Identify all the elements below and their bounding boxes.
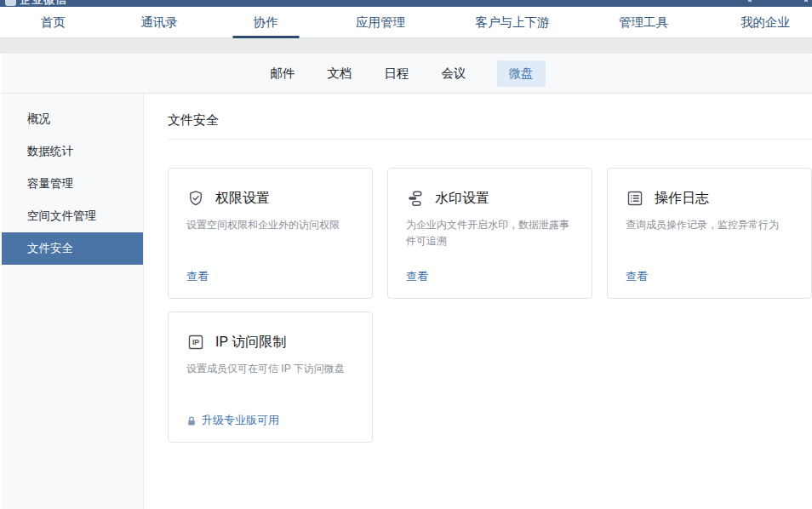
app-logo-icon xyxy=(5,0,16,6)
subnav-tab-label: 日程 xyxy=(385,66,409,80)
sidebar-item-label: 数据统计 xyxy=(27,145,73,157)
card-header: 水印设置 xyxy=(406,189,574,208)
sidebar-item-label: 容量管理 xyxy=(27,177,73,190)
sidebar-item-label: 空间文件管理 xyxy=(27,209,96,222)
sidebar-item[interactable]: 概况 xyxy=(2,103,143,135)
feature-cards-grid: 权限设置 设置空间权限和企业外的访问权限 查看 水印设置 为企业内文件开启水印，… xyxy=(168,168,812,443)
title-divider xyxy=(168,139,812,140)
ip-icon: IP xyxy=(186,333,205,352)
app-logo-text: 企业微信 xyxy=(20,0,67,7)
nav-item-label: 首页 xyxy=(41,15,66,29)
content-panel: 邮件 文档 日程 会议 微盘 概况 数据统计 容量管理 空间文件管理 文件安全 … xyxy=(2,54,812,509)
app-logo: 企业微信 xyxy=(5,0,67,7)
nav-item-label: 客户与上下游 xyxy=(476,15,550,29)
nav-item-label: 我的企业 xyxy=(741,15,790,29)
subnav-tab[interactable]: 文档 xyxy=(326,60,354,87)
subnav-tab[interactable]: 微盘 xyxy=(497,60,546,87)
subnav-tab[interactable]: 邮件 xyxy=(269,60,297,87)
subnav-tab[interactable]: 会议 xyxy=(440,60,468,87)
card-description: 为企业内文件开启水印，数据泄露事件可追溯 xyxy=(406,217,574,249)
feature-card: 操作日志 查询成员操作记录，监控异常行为 查看 xyxy=(607,168,812,299)
card-title: 权限设置 xyxy=(215,190,270,208)
page-background-gap xyxy=(0,38,812,54)
card-title: 操作日志 xyxy=(655,190,709,208)
nav-item-label: 应用管理 xyxy=(356,15,405,29)
feature-card: IP IP 访问限制 设置成员仅可在可信 IP 下访问微盘 升级专业版可用 xyxy=(168,312,373,443)
card-action-link[interactable]: 查看 xyxy=(626,269,648,284)
sidebar-item[interactable]: 容量管理 xyxy=(2,168,143,200)
nav-item[interactable]: 协作 xyxy=(254,7,278,37)
nav-item[interactable]: 通讯录 xyxy=(140,7,178,37)
subnav-tab-label: 文档 xyxy=(328,66,352,80)
nav-item[interactable]: 应用管理 xyxy=(356,7,405,37)
lower-area: 概况 数据统计 容量管理 空间文件管理 文件安全 文件安全 权限设置 设置空间权… xyxy=(2,94,812,509)
card-title: IP 访问限制 xyxy=(215,334,286,352)
card-action-label: 查看 xyxy=(186,269,209,284)
topbar-clipped-icon xyxy=(748,0,752,2)
watermark-icon xyxy=(406,189,425,208)
feature-card: 权限设置 设置空间权限和企业外的访问权限 查看 xyxy=(168,168,373,299)
subnav-tab-label: 邮件 xyxy=(271,66,295,80)
svg-text:IP: IP xyxy=(192,338,199,346)
topbar-clipped-icon xyxy=(804,0,808,2)
card-action-label: 升级专业版可用 xyxy=(202,413,279,428)
subnav-tab[interactable]: 日程 xyxy=(383,60,411,87)
card-action-label: 查看 xyxy=(406,269,428,284)
sidebar-item-label: 概况 xyxy=(27,112,50,125)
nav-item-label: 协作 xyxy=(254,15,278,29)
sidebar-item[interactable]: 数据统计 xyxy=(2,135,143,168)
card-header: IP IP 访问限制 xyxy=(186,333,354,352)
card-title: 水印设置 xyxy=(435,190,489,208)
sidebar-item[interactable]: 文件安全 xyxy=(2,232,143,265)
log-list-icon xyxy=(626,189,644,208)
card-description: 查询成员操作记录，监控异常行为 xyxy=(626,217,793,233)
nav-item[interactable]: 首页 xyxy=(41,7,66,37)
subnav-tab-label: 会议 xyxy=(442,66,466,80)
sidebar-item[interactable]: 空间文件管理 xyxy=(2,200,143,232)
topbar: 企业微信 xyxy=(0,0,812,7)
main-content: 文件安全 权限设置 设置空间权限和企业外的访问权限 查看 水印设置 为企业内文件… xyxy=(144,94,812,509)
card-action-link[interactable]: 升级专业版可用 xyxy=(186,413,279,428)
sidebar: 概况 数据统计 容量管理 空间文件管理 文件安全 xyxy=(2,94,144,509)
main-nav: 首页 通讯录 协作 应用管理 客户与上下游 管理工具 我的企业 xyxy=(0,7,812,38)
lock-icon xyxy=(186,415,197,426)
nav-item[interactable]: 我的企业 xyxy=(741,7,790,37)
card-action-link[interactable]: 查看 xyxy=(406,269,428,284)
card-description: 设置空间权限和企业外的访问权限 xyxy=(186,217,354,233)
sub-nav: 邮件 文档 日程 会议 微盘 xyxy=(2,54,812,94)
subnav-tab-label: 微盘 xyxy=(509,66,534,80)
nav-item[interactable]: 客户与上下游 xyxy=(476,7,550,37)
sidebar-item-label: 文件安全 xyxy=(27,242,73,254)
page-title: 文件安全 xyxy=(168,112,812,129)
feature-card: 水印设置 为企业内文件开启水印，数据泄露事件可追溯 查看 xyxy=(387,168,592,299)
card-action-label: 查看 xyxy=(626,269,648,284)
shield-check-icon xyxy=(186,189,205,208)
card-header: 权限设置 xyxy=(186,189,354,208)
nav-item-label: 管理工具 xyxy=(619,15,668,29)
card-header: 操作日志 xyxy=(626,189,793,208)
nav-item[interactable]: 管理工具 xyxy=(619,7,668,37)
active-tab-underline xyxy=(232,36,299,38)
card-action-link[interactable]: 查看 xyxy=(186,269,209,284)
nav-item-label: 通讯录 xyxy=(140,15,178,29)
card-description: 设置成员仅可在可信 IP 下访问微盘 xyxy=(186,361,354,377)
